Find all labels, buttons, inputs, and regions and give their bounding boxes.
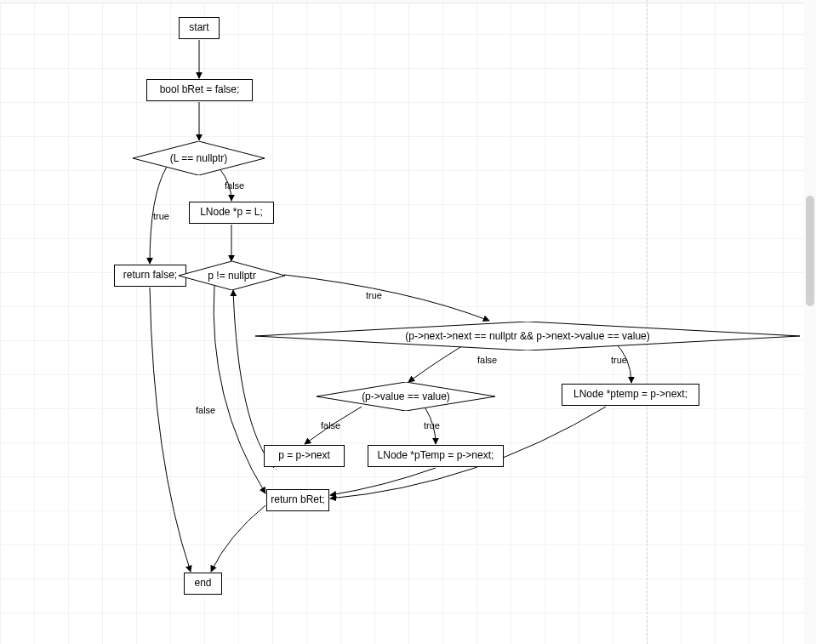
decision-l-null[interactable]: (L == nullptr) [133,141,265,175]
edge-label-c1-true: true [153,211,169,221]
edge-label-c3-true: true [611,355,627,365]
node-end[interactable]: end [184,573,222,595]
decision-value-eq[interactable]: (p->value == value) [317,382,495,411]
vertical-scrollbar[interactable] [804,0,816,644]
edge-label-c2-true: true [366,290,382,300]
svg-marker-1 [179,261,285,290]
decision-next-next[interactable]: (p->next->next == nullptr && p->next->va… [255,322,800,350]
svg-marker-2 [255,322,800,350]
canvas[interactable]: start bool bRet = false; return false; L… [0,0,816,644]
edge-label-c4-true: true [424,420,440,430]
node-ptemp-lower[interactable]: LNode *pTemp = p->next; [368,445,504,467]
edge-label-c2-false: false [196,405,215,415]
node-init-bret[interactable]: bool bRet = false; [146,79,253,101]
edge-label-c3-false: false [477,355,497,365]
node-return-false[interactable]: return false; [114,265,186,287]
edge-label-c4-false: false [321,420,340,430]
node-assign-p[interactable]: LNode *p = L; [189,202,274,224]
node-ptemp-upper[interactable]: LNode *ptemp = p->next; [562,384,699,406]
scrollbar-thumb[interactable] [806,196,814,306]
decision-p-notnull[interactable]: p != nullptr [179,261,285,290]
node-start[interactable]: start [179,17,220,39]
node-p-next[interactable]: p = p->next [264,445,345,467]
toolbar-area [0,0,816,3]
node-return-bret[interactable]: return bRet; [266,489,329,511]
svg-marker-3 [317,382,495,411]
edge-label-c1-false: false [225,180,244,191]
svg-marker-0 [133,141,265,175]
